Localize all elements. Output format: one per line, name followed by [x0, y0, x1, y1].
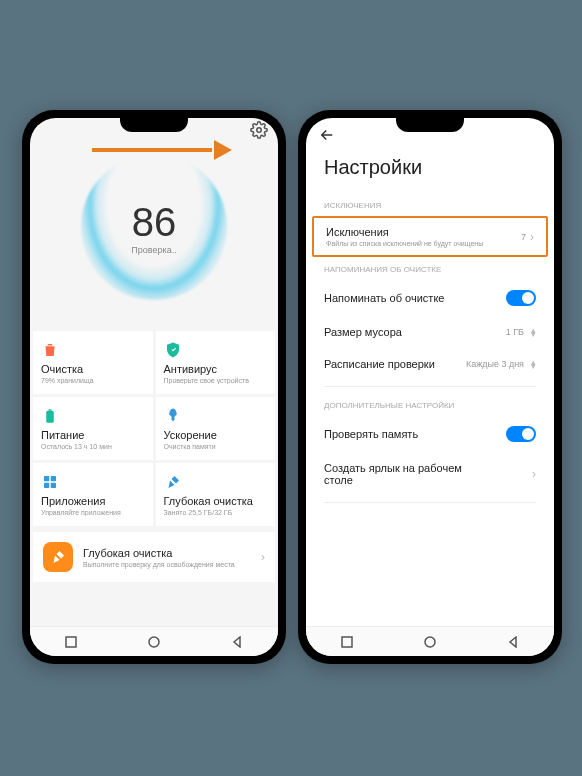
row-exclusions[interactable]: Исключения Файлы из списка исключений не…	[314, 218, 546, 255]
svg-rect-4	[51, 476, 56, 481]
divider	[324, 502, 536, 503]
banner-title: Глубокая очистка	[83, 547, 251, 559]
broom-icon	[164, 473, 182, 491]
card-title: Приложения	[41, 495, 145, 507]
row-title: Создать ярлык на рабочем столе	[324, 462, 474, 486]
row-schedule[interactable]: Расписание проверки Каждые 3 дня ▴▾	[306, 348, 554, 380]
svg-rect-6	[51, 483, 56, 488]
score-status: Проверка..	[131, 245, 176, 255]
settings-gear-icon[interactable]	[250, 121, 268, 143]
row-title: Напоминать об очистке	[324, 292, 444, 304]
row-title: Расписание проверки	[324, 358, 435, 370]
section-exclusions-label: ИСКЛЮЧЕНИЯ	[306, 193, 554, 216]
android-navbar	[30, 626, 278, 656]
card-sub: Проверьте свое устройств	[164, 377, 268, 384]
screen-left: 86 Проверка.. Очистка 79% хранилища Анти…	[30, 118, 278, 656]
card-sub: Очистка памяти	[164, 443, 268, 450]
card-title: Глубокая очистка	[164, 495, 268, 507]
battery-icon	[41, 407, 59, 425]
divider	[324, 386, 536, 387]
row-trash-size[interactable]: Размер мусора 1 ГБ ▴▾	[306, 316, 554, 348]
updown-icon: ▴▾	[531, 328, 536, 337]
updown-icon: ▴▾	[531, 360, 536, 369]
banner-broom-icon	[43, 542, 73, 572]
trash-icon	[41, 341, 59, 359]
card-title: Ускорение	[164, 429, 268, 441]
svg-point-0	[257, 128, 262, 133]
row-title: Исключения	[326, 226, 521, 238]
highlight-box: Исключения Файлы из списка исключений не…	[312, 216, 548, 257]
page-title: Настройки	[306, 156, 554, 193]
toggle-remind[interactable]	[506, 290, 536, 306]
nav-home-icon[interactable]	[147, 635, 161, 649]
nav-back-icon[interactable]	[230, 635, 244, 649]
score-area: 86 Проверка..	[30, 142, 278, 328]
svg-rect-1	[46, 411, 54, 423]
section-extra-label: ДОПОЛНИТЕЛЬНЫЕ НАСТРОЙКИ	[306, 393, 554, 416]
card-sub: Осталось 13 ч 10 мин	[41, 443, 145, 450]
toggle-check-memory[interactable]	[506, 426, 536, 442]
back-arrow-icon[interactable]	[318, 126, 336, 148]
android-navbar	[306, 626, 554, 656]
card-title: Очистка	[41, 363, 145, 375]
nav-recent-icon[interactable]	[64, 635, 78, 649]
row-title: Проверять память	[324, 428, 418, 440]
phone-frame-left: 86 Проверка.. Очистка 79% хранилища Анти…	[22, 110, 286, 664]
row-check-memory[interactable]: Проверять память	[306, 416, 554, 452]
svg-point-10	[425, 637, 435, 647]
row-value: 7	[521, 232, 526, 242]
shield-icon	[164, 341, 182, 359]
row-value: Каждые 3 дня	[466, 359, 524, 369]
svg-rect-9	[342, 637, 352, 647]
nav-back-icon[interactable]	[506, 635, 520, 649]
svg-rect-7	[66, 637, 76, 647]
chevron-right-icon: ›	[261, 550, 265, 564]
svg-rect-2	[49, 409, 52, 411]
score-value: 86	[132, 200, 177, 245]
phone-frame-right: Настройки ИСКЛЮЧЕНИЯ Исключения Файлы из…	[298, 110, 562, 664]
rocket-icon	[164, 407, 182, 425]
screen-right: Настройки ИСКЛЮЧЕНИЯ Исключения Файлы из…	[306, 118, 554, 656]
banner-sub: Выполните проверку для освобождения мест…	[83, 561, 251, 568]
card-sub: 79% хранилища	[41, 377, 145, 384]
card-antivirus[interactable]: Антивирус Проверьте свое устройств	[156, 331, 276, 394]
highlight-arrow	[92, 140, 232, 160]
card-title: Питание	[41, 429, 145, 441]
row-main: Исключения Файлы из списка исключений не…	[326, 226, 521, 247]
row-remind[interactable]: Напоминать об очистке	[306, 280, 554, 316]
cards-grid: Очистка 79% хранилища Антивирус Проверьт…	[30, 328, 278, 529]
notch	[120, 118, 188, 132]
card-deep-clean[interactable]: Глубокая очистка Занято 25,5 ГБ/32 ГБ	[156, 463, 276, 526]
card-boost[interactable]: Ускорение Очистка памяти	[156, 397, 276, 460]
row-title: Размер мусора	[324, 326, 402, 338]
nav-home-icon[interactable]	[423, 635, 437, 649]
row-shortcut[interactable]: Создать ярлык на рабочем столе ›	[306, 452, 554, 496]
notch	[396, 118, 464, 132]
card-title: Антивирус	[164, 363, 268, 375]
chevron-right-icon: ›	[532, 467, 536, 481]
chevron-right-icon: ›	[530, 230, 534, 244]
svg-rect-5	[44, 483, 49, 488]
apps-icon	[41, 473, 59, 491]
row-sub: Файлы из списка исключений не будут очищ…	[326, 240, 521, 247]
card-cleanup[interactable]: Очистка 79% хранилища	[33, 331, 153, 394]
row-value: 1 ГБ	[506, 327, 524, 337]
card-power[interactable]: Питание Осталось 13 ч 10 мин	[33, 397, 153, 460]
nav-recent-icon[interactable]	[340, 635, 354, 649]
card-apps[interactable]: Приложения Управляйте приложения	[33, 463, 153, 526]
svg-rect-3	[44, 476, 49, 481]
banner-text: Глубокая очистка Выполните проверку для …	[83, 547, 251, 568]
card-sub: Занято 25,5 ГБ/32 ГБ	[164, 509, 268, 516]
deep-clean-banner[interactable]: Глубокая очистка Выполните проверку для …	[33, 532, 275, 582]
card-sub: Управляйте приложения	[41, 509, 145, 516]
section-reminders-label: НАПОМИНАНИЯ ОБ ОЧИСТКЕ	[306, 257, 554, 280]
svg-point-8	[149, 637, 159, 647]
score-ring[interactable]: 86 Проверка..	[89, 162, 219, 292]
